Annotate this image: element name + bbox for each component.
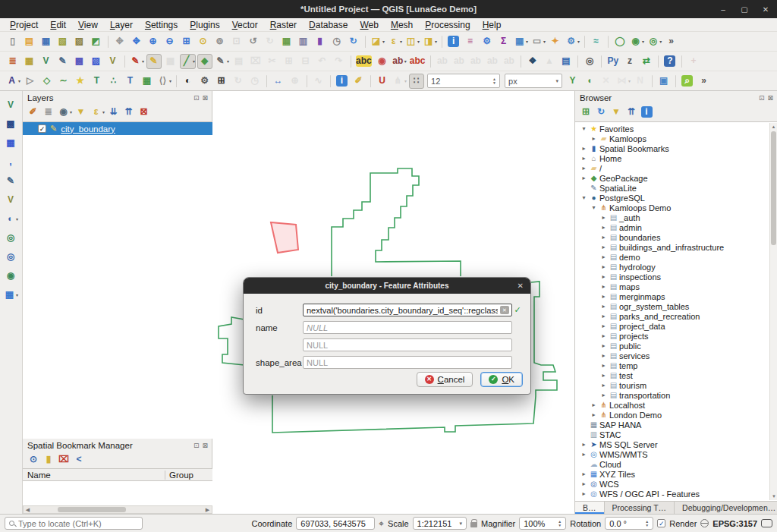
minimize-button[interactable]: – [718, 5, 728, 14]
select-by-location-icon[interactable]: ◨▾ [422, 34, 438, 49]
tree-expander-icon[interactable]: ▸ [580, 441, 588, 448]
coordinate-box[interactable]: 697033, 5643575 [296, 517, 375, 530]
statistical-summary-icon[interactable]: ≡ [463, 34, 478, 49]
tree-expander-icon[interactable]: ▸ [599, 323, 608, 329]
tree-item-sap-hana[interactable]: ▦ SAP HANA [575, 420, 777, 430]
redo-icon[interactable]: ↷ [332, 54, 347, 69]
new-virtual-icon[interactable]: V [4, 192, 19, 207]
tree-expander-icon[interactable]: ▸ [599, 293, 608, 300]
bookmarks-horizontal-scrollbar[interactable]: ◀ ▶ [23, 505, 212, 514]
tree-item-project-data[interactable]: ▸ ▤ project_data [575, 321, 777, 331]
menu-plugins[interactable]: Plugins [184, 19, 225, 31]
tree-item-hydrology[interactable]: ▸ ▤ hydrology [575, 262, 777, 272]
properties-icon[interactable]: i [640, 105, 653, 119]
tree-expander-icon[interactable]: ▸ [599, 342, 608, 349]
bookmarks-column-name[interactable]: Name [23, 471, 165, 480]
tab-debugging[interactable]: Debugging/Developmen… [675, 502, 777, 514]
highlight-labels-icon[interactable]: abc [409, 54, 427, 69]
snap-unit-dropdown[interactable]: px ▾ [505, 74, 562, 88]
scroll-up-icon[interactable]: ▲ [770, 123, 777, 131]
tree-expander-icon[interactable]: ▸ [599, 382, 608, 389]
messages-icon[interactable] [761, 519, 772, 527]
menu-help[interactable]: Help [477, 19, 507, 31]
tree-item-merginmaps[interactable]: ▸ ▤ merginmaps [575, 291, 777, 301]
tree-item-kamloops-demo[interactable]: ▾ ⋔ Kamloops Demo [575, 203, 777, 212]
tree-expander-icon[interactable]: ▾ [580, 194, 588, 201]
copy-features-icon[interactable]: ⊞ [282, 54, 297, 69]
menu-view[interactable]: View [73, 19, 103, 31]
select-annotation-icon[interactable]: ▷ [23, 74, 38, 89]
style-manager-icon[interactable]: ◩ [89, 34, 104, 49]
tree-expander-icon[interactable]: ▸ [599, 352, 608, 359]
add-wcs-icon[interactable]: ◎ [4, 249, 19, 264]
x-tool-icon[interactable]: ✕ [599, 74, 614, 89]
shape-leng-field[interactable] [303, 338, 512, 351]
menu-mesh[interactable]: Mesh [385, 19, 418, 31]
tree-item-localhost[interactable]: ▸ ⋔ Localhost [575, 400, 777, 410]
tree-expander-icon[interactable]: ▸ [599, 283, 608, 290]
tree-expander-icon[interactable]: ▸ [599, 224, 608, 231]
scale-lock-icon[interactable] [470, 522, 477, 527]
tree-expander-icon[interactable]: ▸ [599, 273, 608, 280]
share-bookmark-icon[interactable]: < [72, 453, 86, 467]
id-field[interactable] [303, 304, 512, 316]
add-selected-layers-icon[interactable]: ⊞ [579, 105, 593, 119]
rotation-spinner[interactable]: 0.0 ° ▲▼ [605, 517, 653, 530]
digitize-with-segment-icon[interactable]: ╱▾ [180, 54, 196, 69]
tree-item-home[interactable]: ▸ ⌂ Home [575, 153, 777, 163]
osm-place-search-icon[interactable]: ◎ [582, 54, 597, 69]
open-layer-styling-icon[interactable]: ✐ [27, 105, 40, 119]
zoom-to-bookmark-icon[interactable]: ⊙ [27, 453, 40, 467]
cut-features-icon[interactable]: ✂ [265, 54, 280, 69]
pin-labels-icon[interactable]: ab▾ [392, 54, 407, 69]
avoid-intersections-icon[interactable]: ◖ [582, 74, 597, 89]
tree-item-root[interactable]: ▸ ▰ / [575, 163, 777, 173]
attribute-table-icon[interactable]: ▦▾ [513, 34, 529, 49]
tree-expander-icon[interactable]: ▸ [599, 332, 608, 339]
ok-button[interactable]: ✓ OK [480, 372, 523, 387]
tree-expander-icon[interactable]: ▸ [580, 165, 588, 172]
tree-item-maps[interactable]: ▸ ▤ maps [575, 282, 777, 291]
new-shapefile-layer-icon[interactable]: V [4, 97, 19, 112]
tree-item-ms-sql-server[interactable]: ▸ ➤ MS SQL Server [575, 439, 777, 449]
data-source-manager-icon[interactable]: ≣ [5, 54, 20, 69]
add-bookmark-icon[interactable]: ▮ [42, 453, 55, 467]
target-disabled-icon[interactable]: ⊕ [288, 74, 303, 89]
add-group-icon[interactable]: ≣ [42, 105, 55, 119]
add-widget-icon[interactable]: ⊞ [214, 74, 229, 89]
zoom-out-icon[interactable]: ⊖ [162, 34, 178, 49]
default-crosshair-icon[interactable]: + [686, 54, 701, 69]
annotation-toolbar-icon[interactable]: A▾ [5, 74, 21, 89]
maximize-button[interactable]: ▢ [739, 5, 750, 14]
tree-item-boundaries[interactable]: ▸ ▤ boundaries [575, 232, 777, 242]
tree-item-wfs[interactable]: ▸ ◎ WFS / OGC API - Features [575, 489, 777, 499]
collapse-browser-icon[interactable]: ⇈ [624, 105, 638, 119]
tree-item-demo[interactable]: ▸ ▤ demo [575, 252, 777, 262]
paste-features-icon[interactable]: ⊟ [298, 54, 313, 69]
rect-text-annotation-icon[interactable]: T [123, 74, 138, 89]
new-geopackage-layer-icon[interactable]: ▩ [4, 116, 19, 131]
menu-vector[interactable]: Vector [227, 19, 263, 31]
layer-labeling-icon[interactable]: abc [355, 54, 373, 69]
point-text-annotation-icon[interactable]: T [90, 74, 105, 89]
filter-legend-icon[interactable]: ▼ [74, 105, 88, 119]
scrollbar-thumb[interactable] [58, 507, 126, 512]
measure-line-icon[interactable]: ▭▾ [530, 34, 546, 49]
new-mesh-layer-icon[interactable]: ▩ [72, 54, 87, 69]
scroll-right-icon[interactable]: ▶ [203, 507, 212, 513]
menu-settings[interactable]: Settings [140, 19, 183, 31]
move-label-icon[interactable]: ab [468, 54, 483, 69]
cancel-button[interactable]: ✕ Cancel [417, 372, 473, 387]
zoom-next-icon[interactable]: ↻ [263, 34, 278, 49]
pan-to-selection-icon[interactable]: ✥ [129, 34, 144, 49]
delete-selected-icon[interactable]: ⌧ [248, 54, 263, 69]
edit-in-place-icon[interactable]: ◐ [181, 74, 196, 89]
zoom-to-layers-icon[interactable]: ⊚ [212, 34, 228, 49]
new-3d-map-icon[interactable]: ▥ [296, 34, 311, 49]
menu-project[interactable]: Project [5, 19, 43, 31]
menu-layer[interactable]: Layer [105, 19, 138, 31]
tree-item-temp[interactable]: ▸ ▤ temp [575, 360, 777, 370]
polygon-annotation-icon[interactable]: ◇ [39, 74, 55, 89]
check-geometries-icon[interactable]: ◯ [612, 34, 628, 49]
marker-annotation-icon[interactable]: ★ [73, 74, 88, 89]
